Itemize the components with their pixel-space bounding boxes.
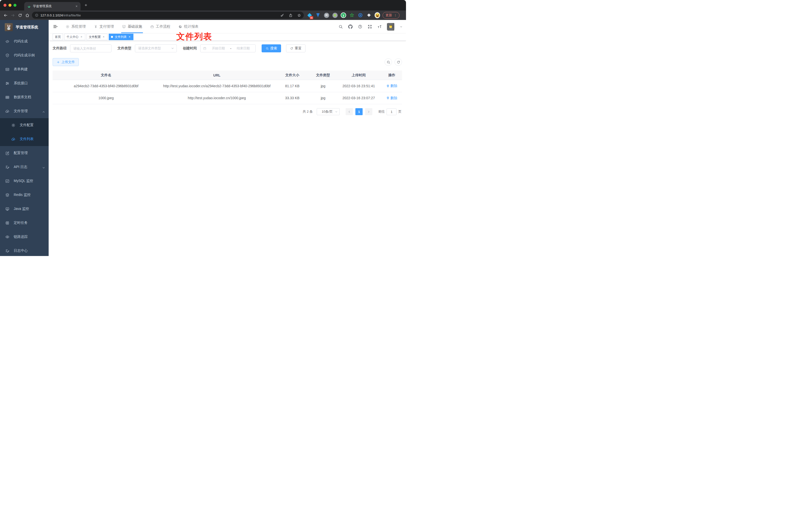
sidebar-item[interactable]: MySQL 监控 (0, 174, 49, 188)
chevron-down-icon (171, 47, 174, 50)
sidebar-item[interactable]: 系统接口 (0, 76, 49, 90)
new-tab-button[interactable] (82, 1, 90, 9)
column-header: 上传时间 (336, 73, 382, 78)
dashboard-icon (178, 25, 182, 29)
yen-icon (94, 25, 98, 29)
layers-icon (5, 193, 9, 197)
start-date-placeholder[interactable]: 开始日期 (209, 46, 228, 51)
extension-gem[interactable] (315, 12, 321, 18)
back-button[interactable] (2, 12, 9, 19)
star-icon (297, 13, 301, 17)
fullscreen-button[interactable] (368, 24, 372, 29)
tag-item[interactable]: 个人中心 × (64, 34, 85, 40)
window-zoom-button[interactable] (13, 4, 17, 7)
page-size-select[interactable]: 10条/页 (317, 108, 340, 115)
tab-close-button[interactable] (74, 4, 79, 8)
font-size-button[interactable] (377, 24, 382, 29)
cell-filetype: jpg (311, 80, 336, 92)
profile-avatar[interactable] (375, 12, 380, 18)
extension-command[interactable]: ⌘ (324, 12, 329, 18)
delete-button[interactable]: 删除 (386, 83, 397, 89)
github-link[interactable] (348, 24, 353, 29)
delete-button[interactable]: 删除 (386, 95, 397, 101)
show-search-button[interactable] (384, 58, 392, 66)
gem-icon (316, 13, 320, 17)
sidebar-item[interactable]: 链路追踪 (0, 230, 49, 244)
page-number-button[interactable]: 1 (355, 108, 362, 115)
file-type-select[interactable]: 请选择文件类型 (135, 44, 177, 52)
goto-page-input[interactable] (386, 109, 397, 115)
table-header-row: 文件名URL文件大小文件类型上传时间操作 (53, 70, 402, 80)
sidebar-item[interactable]: 文件列表 (0, 132, 49, 146)
share-button[interactable] (287, 12, 294, 19)
active-dot (111, 36, 113, 38)
prev-page-button[interactable] (346, 108, 353, 115)
end-date-placeholder[interactable]: 结束日期 (234, 46, 253, 51)
column-header: 文件大小 (274, 73, 311, 78)
chevron-down-icon (400, 25, 403, 28)
window-minimize-button[interactable] (8, 4, 11, 7)
refresh-table-button[interactable] (395, 58, 402, 66)
help-button[interactable] (358, 24, 362, 29)
forward-button[interactable] (9, 12, 17, 19)
sidebar-item[interactable]: 代码生成 (0, 34, 49, 48)
sidebar-item[interactable]: 文件管理 (0, 104, 49, 118)
sidebar-item[interactable]: 代码生成示例 (0, 48, 49, 62)
sidebar-item[interactable]: Redis 监控 (0, 188, 49, 202)
sidebar-item[interactable]: 数据库文档 (0, 90, 49, 104)
filter-form: 文件路径 文件类型 请选择文件类型 创建时间 开始日期 - 结束日期 (53, 44, 402, 52)
nav-item[interactable]: 基础设施 (118, 20, 146, 33)
password-manager-button[interactable] (279, 12, 285, 19)
home-button[interactable] (24, 12, 31, 19)
goto-page: 前往 页 (378, 109, 402, 115)
address-bar[interactable]: 127.0.0.1:1024/infra/file/file (32, 12, 304, 19)
sidebar-logo[interactable]: 🐰 芋道管理系统 (0, 20, 49, 34)
user-avatar[interactable] (387, 23, 395, 30)
user-menu-button[interactable] (400, 24, 403, 29)
close-tag-icon[interactable]: × (128, 35, 131, 38)
sidebar-item[interactable]: 文件配置 (0, 118, 49, 132)
site-info-icon[interactable] (35, 13, 38, 17)
sidebar-item[interactable]: 配置管理 (0, 146, 49, 160)
browser-tab[interactable]: 芋道管理系统 (24, 2, 81, 10)
sidebar-item[interactable]: Java 监控 (0, 202, 49, 216)
extension-y[interactable]: y (341, 12, 346, 18)
search-icon (339, 24, 343, 29)
tag-item[interactable]: 文件列表 × (109, 34, 134, 40)
nav-item[interactable]: 工作流程 (146, 20, 174, 33)
file-path-input[interactable] (70, 44, 112, 52)
navbar-actions (339, 23, 406, 30)
window-close-button[interactable] (3, 4, 6, 7)
nav-item[interactable]: 系统管理 (62, 20, 90, 33)
next-page-button[interactable] (365, 108, 372, 115)
extension-dictionary[interactable]: 11 (307, 12, 312, 18)
extension-eye[interactable] (358, 12, 363, 18)
sidebar-item[interactable]: API 日志 (0, 160, 49, 174)
close-tag-icon[interactable]: × (80, 35, 83, 38)
gear-icon (66, 25, 69, 29)
url-text[interactable]: 127.0.0.1:1024/infra/file/file (40, 13, 277, 17)
date-range-picker[interactable]: 开始日期 - 结束日期 (200, 44, 256, 52)
extension-star[interactable] (349, 12, 355, 18)
bookmark-button[interactable] (296, 12, 302, 19)
sidebar-collapse-button[interactable] (49, 24, 62, 29)
reload-button[interactable] (17, 12, 24, 19)
extension-recorder[interactable] (332, 12, 338, 18)
browser-update-button[interactable]: 更新 (382, 12, 400, 19)
plus-icon (84, 3, 88, 7)
extensions-menu-button[interactable] (366, 12, 372, 18)
tag-item[interactable]: 首页 (53, 34, 63, 40)
sidebar-item[interactable]: 定时任务 (0, 216, 49, 230)
sidebar-item[interactable]: 表单构建 (0, 62, 49, 76)
search-button[interactable]: 搜索 (262, 44, 281, 52)
header-search-button[interactable] (339, 24, 343, 29)
cell-url: http://test.yudao.iocoder.cn/1000.jpeg (160, 92, 274, 104)
nav-item[interactable]: 支付管理 (90, 20, 118, 33)
close-tag-icon[interactable]: × (102, 35, 105, 38)
tag-item[interactable]: 文件配置 × (87, 34, 108, 40)
upload-file-button[interactable]: 上传文件 (53, 58, 79, 66)
sidebar-item[interactable]: 日志中心 (0, 244, 49, 256)
favicon-sprout-icon (27, 4, 31, 8)
reset-button[interactable]: 重置 (286, 44, 306, 52)
app-window: 🐰 芋道管理系统 代码生成 代码生成示例 表单构建 系统接口 数据库文档 文件管… (0, 20, 406, 256)
